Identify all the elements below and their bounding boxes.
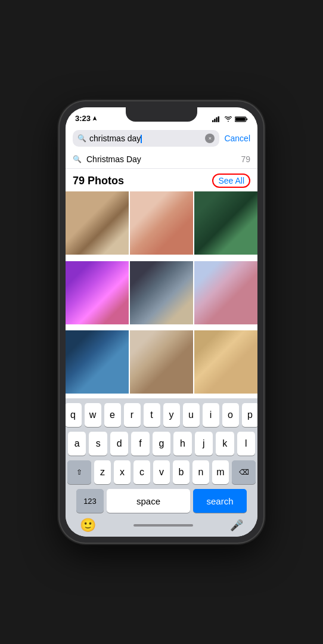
key-o[interactable]: o [222,403,239,427]
photo-2[interactable] [130,191,193,255]
suggestion-row[interactable]: 🔍 Christmas Day 79 [66,150,257,169]
key-g[interactable]: g [153,432,170,456]
photo-1[interactable] [66,191,129,255]
phone-screen: 3:23 [66,107,257,537]
photo-8[interactable] [130,330,193,394]
svg-rect-5 [246,118,247,120]
home-bar-area: 🙂 🎤 [68,515,255,534]
photo-7[interactable] [66,330,129,394]
key-u[interactable]: u [183,403,200,427]
key-b[interactable]: b [173,460,190,484]
key-i[interactable]: i [203,403,219,427]
wifi-icon [224,116,232,122]
suggestion-count: 79 [241,154,250,164]
time-display: 3:23 [75,114,91,123]
photos-header: 79 Photos See All [66,169,257,191]
suggestion-text: Christmas Day [86,154,241,164]
microphone-icon[interactable]: 🎤 [230,519,243,532]
search-clear-button[interactable]: × [205,134,215,143]
svg-rect-3 [218,116,219,122]
key-k[interactable]: k [216,432,234,456]
search-area: 🔍 christmas day × Cancel [66,125,257,150]
svg-rect-1 [214,119,215,122]
emoji-key[interactable]: 🙂 [80,518,96,533]
key-v[interactable]: v [153,460,170,484]
key-c[interactable]: c [133,460,150,484]
suggestion-search-icon: 🔍 [73,155,82,163]
key-l[interactable]: l [237,432,255,456]
photo-5[interactable] [130,261,193,324]
key-h[interactable]: h [173,432,191,456]
key-p[interactable]: p [242,403,258,427]
search-icon: 🔍 [77,134,86,143]
photo-grid [66,191,257,398]
keyboard: q w e r t y u i o p a s d f g h j k [66,398,257,537]
key-d[interactable]: d [110,432,128,456]
svg-rect-0 [212,120,213,122]
key-a[interactable]: a [68,432,86,456]
key-e[interactable]: e [104,403,121,427]
photo-6[interactable] [194,261,257,324]
notch [126,107,197,122]
cursor [141,135,142,143]
key-n[interactable]: n [192,460,209,484]
key-w[interactable]: w [85,403,101,427]
delete-key[interactable]: ⌫ [232,460,256,484]
keyboard-row-1: q w e r t y u i o p [68,403,255,427]
key-f[interactable]: f [131,432,149,456]
keyboard-row-2: a s d f g h j k l [68,432,255,456]
photo-9[interactable] [194,330,257,394]
key-j[interactable]: j [195,432,213,456]
key-r[interactable]: r [124,403,141,427]
key-x[interactable]: x [114,460,131,484]
home-indicator [133,524,193,527]
cancel-button[interactable]: Cancel [224,134,250,143]
search-input-box[interactable]: 🔍 christmas day × [73,130,219,147]
battery-icon [235,116,248,123]
photo-4[interactable] [66,261,129,324]
signal-icon [212,116,222,122]
clear-icon: × [209,135,212,141]
shift-key[interactable]: ⇧ [67,460,91,484]
see-all-button[interactable]: See All [212,174,250,188]
keyboard-row-4: 123 space search [68,489,255,513]
photos-section: 79 Photos See All [66,169,257,398]
key-m[interactable]: m [212,460,229,484]
svg-rect-2 [216,117,217,122]
svg-rect-6 [235,117,246,121]
search-input-row: 🔍 christmas day × Cancel [73,130,250,147]
keyboard-row-3: ⇧ z x c v b n m ⌫ [68,460,255,484]
key-z[interactable]: z [94,460,111,484]
photo-3[interactable] [194,191,257,255]
photos-count: 79 Photos [73,175,124,187]
key-y[interactable]: y [163,403,180,427]
space-key[interactable]: space [107,489,190,513]
status-time: 3:23 [75,114,98,123]
key-q[interactable]: q [66,403,82,427]
status-icons [212,116,248,123]
search-query-text[interactable]: christmas day [89,134,202,143]
key-s[interactable]: s [89,432,107,456]
numbers-key[interactable]: 123 [76,489,104,513]
key-t[interactable]: t [144,403,160,427]
search-key[interactable]: search [193,489,247,513]
search-query-value: christmas day [89,134,141,143]
location-arrow-icon [92,116,98,122]
phone-shell: 3:23 [60,101,263,543]
